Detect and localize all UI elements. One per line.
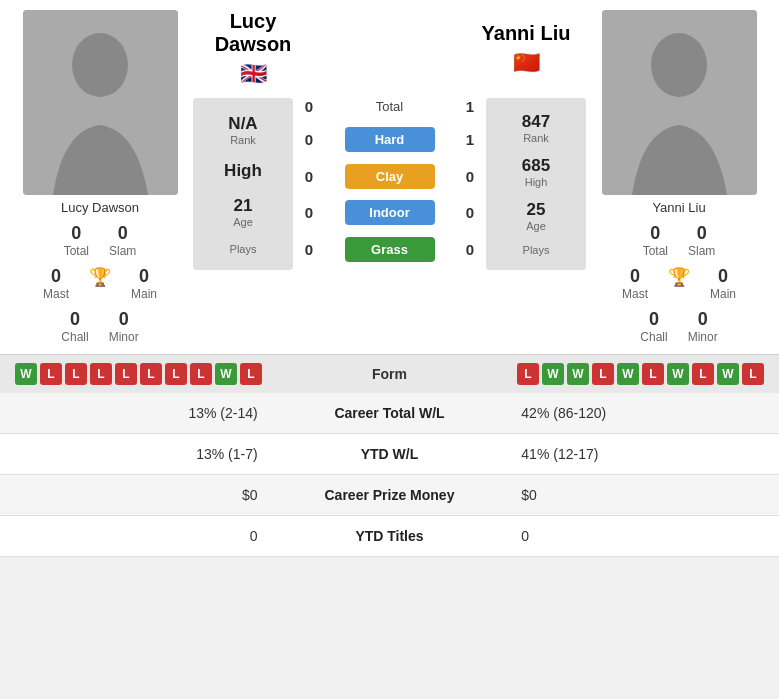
left-form-badge-l: L — [65, 363, 87, 385]
left-form-badge-l: L — [165, 363, 187, 385]
career-row-0: 13% (2-14)Career Total W/L42% (86-120) — [0, 393, 779, 434]
career-left-0: 13% (2-14) — [0, 393, 273, 434]
career-row-1: 13% (1-7)YTD W/L41% (12-17) — [0, 434, 779, 475]
right-player-name: Yanni Liu — [652, 200, 705, 215]
career-left-1: 13% (1-7) — [0, 434, 273, 475]
form-row: WLLLLLLLWL Form LWWLWLWLWL — [0, 354, 779, 393]
right-form-badges: LWWLWLWLWL — [517, 363, 764, 385]
left-player-name-header: Lucy Dawson — [193, 10, 313, 56]
total-score-left: 0 — [299, 98, 319, 115]
career-label-0: Career Total W/L — [273, 393, 507, 434]
right-stats-row2: 0 Mast 🏆 0 Main — [594, 266, 764, 301]
left-stats-row2: 0 Mast 🏆 0 Main — [15, 266, 185, 301]
right-rank-label: Rank — [494, 132, 578, 144]
right-high-label: High — [494, 176, 578, 188]
left-player-block: Lucy Dawson 0 Total 0 Slam 0 Mast — [15, 10, 185, 344]
indoor-score-left: 0 — [299, 204, 319, 221]
clay-score-right: 0 — [460, 168, 480, 185]
left-age-item: 21 Age — [201, 190, 285, 234]
left-total-item: 0 Total — [64, 223, 89, 258]
right-age-item: 25 Age — [494, 194, 578, 238]
total-label: Total — [376, 99, 403, 114]
right-mast-label: Mast — [622, 287, 648, 301]
left-form-badge-l: L — [240, 363, 262, 385]
left-plays-item: Plays — [201, 237, 285, 261]
right-high-value: 685 — [494, 156, 578, 176]
left-rank-value: N/A — [201, 114, 285, 134]
left-minor-value: 0 — [109, 309, 139, 330]
right-player-block: Yanni Liu 0 Total 0 Slam 0 Mast — [594, 10, 764, 344]
left-trophy: 🏆 — [89, 266, 111, 301]
left-mast-value: 0 — [43, 266, 69, 287]
right-minor-value: 0 — [688, 309, 718, 330]
career-row-2: $0Career Prize Money$0 — [0, 475, 779, 516]
left-plays-label: Plays — [201, 243, 285, 255]
clay-row: 0 Clay 0 — [299, 164, 480, 189]
grass-score-right: 0 — [460, 241, 480, 258]
right-form-badge-w: W — [667, 363, 689, 385]
left-main-item: 0 Main — [131, 266, 157, 301]
left-minor-label: Minor — [109, 330, 139, 344]
left-rank-item: N/A Rank — [201, 108, 285, 152]
career-right-3: 0 — [506, 516, 779, 557]
surfaces-center: 0 Total 1 0 Hard 1 0 Clay 0 — [299, 98, 480, 270]
left-form-badge-l: L — [140, 363, 162, 385]
right-stats-row1: 0 Total 0 Slam — [594, 223, 764, 258]
career-right-1: 41% (12-17) — [506, 434, 779, 475]
indoor-score-right: 0 — [460, 204, 480, 221]
right-slam-label: Slam — [688, 244, 715, 258]
svg-point-1 — [72, 33, 128, 97]
left-high-item: High — [201, 155, 285, 187]
right-chall-label: Chall — [640, 330, 667, 344]
career-left-3: 0 — [0, 516, 273, 557]
left-total-label: Total — [64, 244, 89, 258]
left-mast-item: 0 Mast — [43, 266, 69, 301]
right-trophy-icon: 🏆 — [668, 266, 690, 288]
svg-point-3 — [651, 33, 707, 97]
left-form-badge-w: W — [15, 363, 37, 385]
right-form-badge-l: L — [592, 363, 614, 385]
left-player-name: Lucy Dawson — [61, 200, 139, 215]
left-form-badges: WLLLLLLLWL — [15, 363, 262, 385]
form-label: Form — [372, 366, 407, 382]
right-chall-value: 0 — [640, 309, 667, 330]
grass-badge: Grass — [345, 237, 435, 262]
left-slam-value: 0 — [109, 223, 136, 244]
career-left-2: $0 — [0, 475, 273, 516]
career-label-3: YTD Titles — [273, 516, 507, 557]
left-mast-label: Mast — [43, 287, 69, 301]
names-flags-row: Lucy Dawson 🇬🇧 Yanni Liu 🇨🇳 — [193, 10, 586, 90]
center-block: Lucy Dawson 🇬🇧 Yanni Liu 🇨🇳 N/A Rank — [193, 10, 586, 270]
right-total-value: 0 — [643, 223, 668, 244]
career-right-0: 42% (86-120) — [506, 393, 779, 434]
scores-and-surfaces: N/A Rank High 21 Age Plays — [193, 98, 586, 270]
left-player-avatar — [23, 10, 178, 195]
right-player-name-header: Yanni Liu — [482, 22, 571, 45]
right-slam-value: 0 — [688, 223, 715, 244]
total-score-right: 1 — [460, 98, 480, 115]
hard-score-right: 1 — [460, 131, 480, 148]
left-chall-value: 0 — [61, 309, 88, 330]
right-form-badge-l: L — [692, 363, 714, 385]
right-form-badge-w: W — [717, 363, 739, 385]
right-plays-label: Plays — [494, 244, 578, 256]
right-flag: 🇨🇳 — [513, 50, 540, 76]
left-chall-item: 0 Chall — [61, 309, 88, 344]
left-high-value: High — [201, 161, 285, 181]
right-total-item: 0 Total — [643, 223, 668, 258]
indoor-badge: Indoor — [345, 200, 435, 225]
right-high-item: 685 High — [494, 150, 578, 194]
right-form-badge-l: L — [742, 363, 764, 385]
right-total-label: Total — [643, 244, 668, 258]
left-name-flag: Lucy Dawson 🇬🇧 — [193, 10, 313, 90]
left-stats-row3: 0 Chall 0 Minor — [15, 309, 185, 344]
career-label-1: YTD W/L — [273, 434, 507, 475]
right-main-item: 0 Main — [710, 266, 736, 301]
left-age-value: 21 — [201, 196, 285, 216]
right-plays-item: Plays — [494, 238, 578, 262]
grass-row: 0 Grass 0 — [299, 237, 480, 262]
total-row: 0 Total 1 — [299, 98, 480, 115]
right-form-badge-w: W — [542, 363, 564, 385]
hard-row: 0 Hard 1 — [299, 127, 480, 152]
right-form-badge-l: L — [642, 363, 664, 385]
